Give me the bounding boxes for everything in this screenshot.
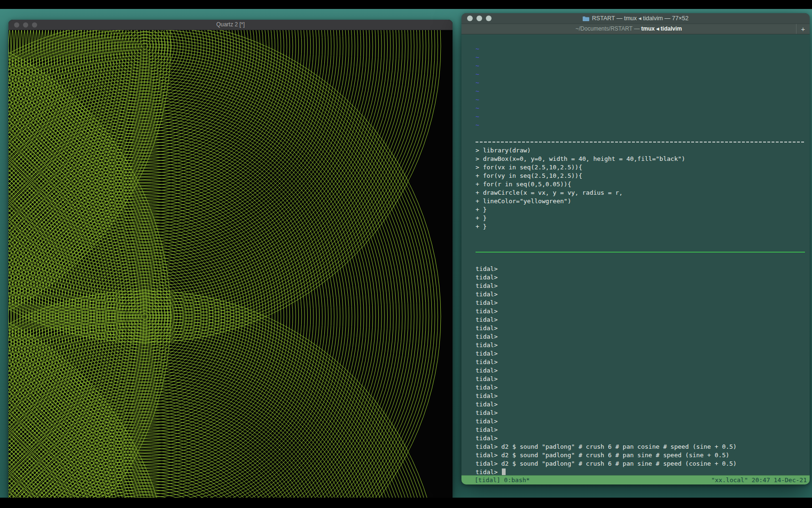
terminal-row-blank [476,256,805,265]
terminal-row-text: + for(vy in seq(2.5,10,2.5)){ [476,172,805,180]
terminal-row-prompt: tidal> [476,417,805,426]
terminal-window-title: RSTART — tmux ◂ tidalvim — 77×52 [461,13,810,24]
terminal-row-text: + for(r in seq(0,5,0.05)){ [476,180,805,189]
terminal-row-prompt: tidal> [476,358,805,366]
new-tab-button[interactable]: + [796,24,810,34]
terminal-row-tilde: ~ [476,53,805,62]
terminal-row-tilde: ~ [476,70,805,79]
terminal-row-text: tidal> d2 $ sound "padlong" # crush 6 # … [476,443,805,451]
terminal-row-prompt: tidal> [476,383,805,392]
terminal-row-prompt: tidal> [476,282,805,290]
terminal-row-text: + } [476,214,805,222]
terminal-row-prompt: tidal> [476,316,805,324]
terminal-row-dashline [476,138,805,146]
terminal-row-text: + lineColor="yellowgreen") [476,197,805,206]
terminal-row-blank [476,239,805,248]
tab-session: tmux ◂ tidalvim [641,25,682,32]
terminal-row-prompt: tidal> [476,349,805,358]
terminal-row-prompt: tidal> [476,434,805,443]
terminal-row-prompt: tidal> [476,375,805,383]
terminal-titlebar[interactable]: RSTART — tmux ◂ tidalvim — 77×52 [461,13,810,24]
terminal-row-prompt: tidal> [476,299,805,307]
terminal-row-tilde: ~ [476,112,805,121]
terminal-row-blank [476,36,805,45]
terminal-row-prompt: tidal> [476,265,805,273]
terminal-cursor [502,468,506,475]
terminal-row-prompt: tidal> [476,341,805,349]
terminal-row-text: + } [476,222,805,231]
letterbox-bottom [0,498,812,508]
terminal-content[interactable]: ~~~~~~~~~~ > library(draw)> drawBox(x=0,… [461,34,810,475]
terminal-row-tilde: ~ [476,79,805,87]
terminal-row-tilde: ~ [476,121,805,129]
quartz-window: Quartz 2 [*] [8,20,453,498]
terminal-tabbar: ~/Documents/RSTART — tmux ◂ tidalvim + [461,24,810,34]
terminal-row-prompt: tidal> [476,290,805,299]
quartz-titlebar[interactable]: Quartz 2 [*] [8,20,453,30]
quartz-window-title: Quartz 2 [*] [8,20,453,30]
terminal-row-tilde: ~ [476,95,805,104]
terminal-row-prompt: tidal> [476,333,805,341]
terminal-row-prompt: tidal> [476,273,805,282]
tab-path: ~/Documents/RSTART — [576,25,641,32]
terminal-row-prompt: tidal> [476,392,805,400]
plot-canvas [8,30,453,498]
terminal-row-tilde: ~ [476,62,805,70]
folder-icon [583,14,589,24]
terminal-row-greenline [476,248,805,256]
tmux-status-right: "xx.local" 20:47 14-Dec-21 [711,476,807,484]
tmux-status-left: [tidal] 0:bash* [475,476,530,484]
desktop: Quartz 2 [*] RSTART — tmux ◂ tidalvim — … [0,0,812,508]
terminal-row-prompt: tidal> [476,324,805,333]
terminal-row-text: > library(draw) [476,146,805,155]
terminal-row-prompt: tidal> [476,409,805,417]
terminal-row-prompt: tidal> [476,307,805,316]
terminal-row-blank [476,129,805,138]
terminal-row-text: > drawBox(x=0, y=0, width = 40, height =… [476,155,805,163]
terminal-row-tilde: ~ [476,87,805,95]
terminal-row-blank [476,231,805,239]
terminal-window: RSTART — tmux ◂ tidalvim — 77×52 ~/Docum… [461,13,810,484]
terminal-row-text: + } [476,206,805,214]
terminal-tab[interactable]: ~/Documents/RSTART — tmux ◂ tidalvim [461,24,796,34]
terminal-row-tilde: ~ [476,45,805,53]
concentric-circles-figure [8,30,453,498]
tmux-status-bar: [tidal] 0:bash* "xx.local" 20:47 14-Dec-… [461,475,810,484]
terminal-row-text: > for(vx in seq(2.5,10,2.5)){ [476,163,805,172]
terminal-row-text: + drawCircle(x = vx, y = vy, radius = r, [476,189,805,197]
terminal-row-cursor: tidal> [476,468,805,475]
terminal-row-prompt: tidal> [476,400,805,409]
letterbox-top [0,0,812,9]
terminal-row-text: tidal> d2 $ sound "padlong" # crush 6 # … [476,451,805,460]
terminal-row-text: tidal> d2 $ sound "padlong" # crush 6 # … [476,460,805,468]
terminal-row-prompt: tidal> [476,426,805,434]
terminal-row-tilde: ~ [476,104,805,112]
terminal-row-prompt: tidal> [476,366,805,375]
